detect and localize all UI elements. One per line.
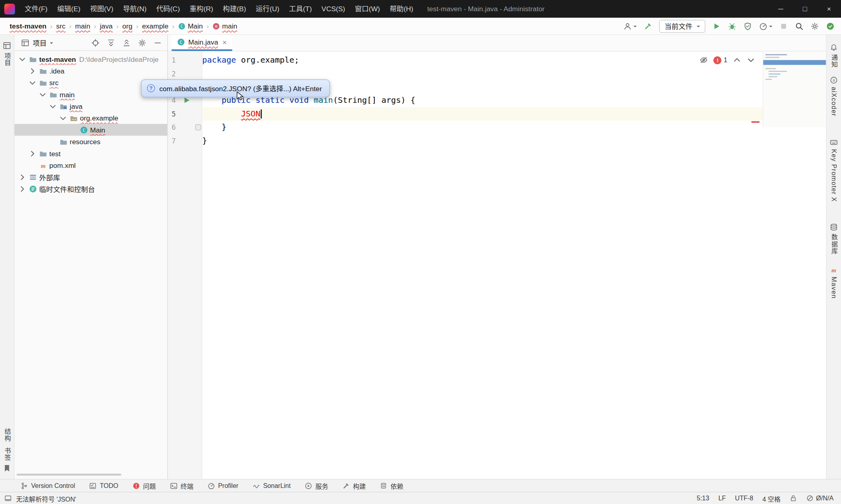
tree-item-test[interactable]: test	[14, 147, 167, 159]
run-button[interactable]	[712, 22, 721, 30]
profiler-button[interactable]	[759, 22, 772, 30]
toolwindow-toggle-icon[interactable]	[4, 494, 12, 502]
bookmark-icon[interactable]	[3, 464, 11, 472]
caret-position[interactable]: 5:13	[697, 494, 709, 502]
line-separator[interactable]: LF	[719, 494, 726, 502]
hide-panel-icon[interactable]	[153, 38, 162, 47]
menu-item-帮助-h-[interactable]: 帮助(H)	[385, 0, 418, 18]
menu-item-编辑-e-[interactable]: 编辑(E)	[52, 0, 85, 18]
tool-window-数据库-button[interactable]: 数据库	[830, 223, 838, 257]
tree-label: test	[49, 149, 61, 157]
file-encoding[interactable]: UTF-8	[735, 494, 753, 502]
code-line-6[interactable]: }	[202, 120, 826, 134]
menu-item-视图-v-[interactable]: 视图(V)	[85, 0, 118, 18]
tree-item-main[interactable]: CMain	[14, 124, 167, 136]
tool-window-服务-button[interactable]: 服务	[304, 481, 328, 490]
close-tab-icon[interactable]: ×	[222, 38, 227, 46]
code-area[interactable]: package org.example;public class Main { …	[202, 51, 826, 479]
menu-item-构建-b-[interactable]: 构建(B)	[218, 0, 251, 18]
debug-button[interactable]	[728, 22, 736, 30]
search-everywhere-button[interactable]	[795, 22, 803, 30]
run-config-select[interactable]: 当前文件	[659, 20, 705, 33]
tree-item-临时文件和控制台[interactable]: 临时文件和控制台	[14, 183, 167, 194]
breadcrumb-item-java[interactable]: java	[100, 22, 113, 30]
build-hammer-icon[interactable]	[644, 22, 652, 30]
tree-item-java[interactable]: java	[14, 100, 167, 112]
tool-window-依赖-button[interactable]: 依赖	[380, 481, 403, 490]
coverage-button[interactable]	[743, 22, 752, 30]
settings-button[interactable]	[810, 22, 819, 30]
horizontal-scrollbar[interactable]	[16, 473, 121, 475]
tool-window-aixcoder-button[interactable]: aaiXcoder	[830, 76, 838, 119]
breadcrumb-item-main[interactable]: mmain	[212, 22, 237, 30]
next-error-icon[interactable]	[747, 56, 755, 64]
menu-item-导航-n-[interactable]: 导航(N)	[118, 0, 151, 18]
minimap-line	[765, 57, 780, 58]
code-line-7[interactable]: }	[202, 134, 826, 147]
tree-item-test-maven[interactable]: test-mavenD:\IdeaProjects\IdeaProje	[14, 53, 167, 65]
close-button[interactable]: ×	[817, 0, 841, 18]
menu-item-代码-c-[interactable]: 代码(C)	[151, 0, 185, 18]
project-panel-title[interactable]: 项目	[33, 37, 47, 47]
tool-window-sonarlint-button[interactable]: SonarLint	[252, 482, 290, 490]
breadcrumb-item-main[interactable]: main	[75, 22, 90, 30]
tool-window-profiler-button[interactable]: Profiler	[207, 482, 238, 490]
tool-window-通知-button[interactable]: 通知	[830, 43, 838, 71]
collapse-all-icon[interactable]	[122, 38, 131, 47]
maven-icon: m	[830, 266, 838, 274]
lock-icon[interactable]	[790, 494, 797, 502]
tree-item-外部库[interactable]: 外部库	[14, 171, 167, 183]
minimap-viewport[interactable]	[763, 60, 826, 65]
menu-item-重构-r-[interactable]: 重构(R)	[185, 0, 218, 18]
tool-window-structure-button[interactable]: 结构	[4, 428, 10, 442]
breadcrumb-item-main[interactable]: CMain	[178, 22, 203, 30]
tool-window-bookmarks-button[interactable]: 书签	[4, 447, 10, 461]
menu-item-vcs-s-[interactable]: VCS(S)	[317, 0, 350, 18]
maximize-button[interactable]: □	[793, 0, 817, 18]
menu-item-工具-t-[interactable]: 工具(T)	[284, 0, 317, 18]
menu-item-运行-u-[interactable]: 运行(U)	[251, 0, 284, 18]
breadcrumb-item-src[interactable]: src	[56, 22, 65, 30]
tool-window-问题-button[interactable]: 问题	[132, 481, 156, 490]
user-menu[interactable]	[623, 22, 637, 30]
tool-window-maven-button[interactable]: mMaven	[830, 266, 838, 302]
minimap[interactable]	[763, 52, 826, 127]
analysis-widget[interactable]: Ø/N/A	[806, 494, 834, 502]
tool-window-project-button[interactable]: 项目	[3, 35, 11, 69]
tab-main-java[interactable]: C Main.java ×	[171, 35, 232, 51]
import-suggestion-tooltip[interactable]: ? com.alibaba.fastjson2.JSON? (多重选择...) …	[141, 80, 330, 97]
minimize-button[interactable]: ─	[769, 0, 793, 18]
locate-icon[interactable]	[91, 38, 100, 47]
stripe-label: aiXcoder	[831, 87, 837, 116]
tool-window-key-promoter-x-button[interactable]: Key Promoter X	[830, 139, 838, 205]
tree-item-resources[interactable]: resources	[14, 136, 167, 147]
highlight-level-icon[interactable]	[700, 56, 708, 64]
error-badge[interactable]: ! 1	[714, 56, 727, 64]
run-gutter-icon[interactable]	[184, 98, 189, 103]
tree-item-org.example[interactable]: org.example	[14, 112, 167, 124]
prev-error-icon[interactable]	[733, 56, 741, 64]
breadcrumb-item-org[interactable]: org	[122, 22, 133, 30]
breadcrumb-item-example[interactable]: example	[142, 22, 169, 30]
menu-item-窗口-w-[interactable]: 窗口(W)	[350, 0, 385, 18]
tool-window-todo-button[interactable]: TODO	[89, 482, 118, 490]
tool-window-version-control-button[interactable]: Version Control	[20, 482, 75, 490]
editor[interactable]: 1234567 package org.example;public class…	[168, 51, 826, 479]
menu-item-文件-f-[interactable]: 文件(F)	[20, 0, 52, 18]
panel-settings-icon[interactable]	[138, 38, 146, 47]
tree-item-pom.xml[interactable]: mpom.xml	[14, 159, 167, 171]
run-config-label: 当前文件	[665, 21, 692, 31]
code-line-5[interactable]: JSON	[202, 107, 826, 120]
breadcrumb-item-test-maven[interactable]: test-maven	[10, 22, 47, 30]
chevron-down-icon[interactable]	[50, 42, 53, 45]
expand-all-icon[interactable]	[107, 38, 115, 47]
indent-style[interactable]: 4 空格	[762, 494, 780, 503]
tool-window-构建-button[interactable]: 构建	[342, 481, 366, 490]
plugin-icon[interactable]	[826, 22, 835, 30]
error-stripe-mark[interactable]	[751, 121, 759, 123]
tool-window-终端-button[interactable]: 终端	[170, 481, 194, 490]
tree-item-.idea[interactable]: .idea	[14, 65, 167, 77]
stop-button[interactable]	[779, 22, 788, 30]
code-line-2[interactable]	[202, 67, 826, 80]
project-tool-window: 项目 test-mavenD:\IdeaProjects\IdeaProje.i…	[14, 35, 168, 479]
